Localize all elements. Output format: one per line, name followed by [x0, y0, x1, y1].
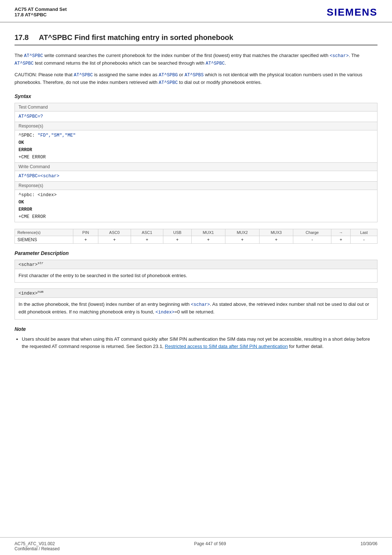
code-schar-1: <schar> [330, 53, 349, 58]
code-index-inline: <index> [155, 310, 175, 315]
ref-col-asc0: ASC0 [98, 229, 131, 236]
write-command-label: Write Command [15, 162, 377, 171]
write-response-line1: ^spbc: <index> [19, 193, 57, 198]
doc-subtitle: 17.8 AT^SPBC [15, 12, 67, 17]
brand-name: SIEMENS [327, 7, 377, 18]
code-atspbc-3: AT^SPBC [206, 61, 225, 66]
test-command-label-row: Test Command [15, 103, 377, 111]
ref-siemens-arrow: + [331, 236, 351, 243]
code-atspbc-5: AT^SPBC [159, 80, 178, 85]
write-command-text: AT^SPBC=<schar> [19, 174, 60, 179]
test-response-cme: +CME ERROR [19, 155, 46, 160]
footer-status: Confidential / Released [15, 546, 60, 551]
test-response-row: ^SPBC: "FD","SM","ME" OK ERROR +CME ERRO… [15, 130, 377, 162]
write-response-ok: OK [19, 200, 24, 205]
write-response-code: ^spbc: <index> OK ERROR +CME ERROR [15, 190, 377, 222]
write-response-row: ^spbc: <index> OK ERROR +CME ERROR [15, 190, 377, 222]
note-text-after: for further detail. [288, 344, 323, 349]
param-index-section: <index>num In the active phonebook, the … [15, 288, 377, 320]
ref-col-mux3: MUX3 [259, 229, 293, 236]
write-command-label-row: Write Command [15, 162, 377, 171]
ref-siemens-mux3: + [259, 236, 293, 243]
page-header: AC75 AT Command Set 17.8 AT^SPBC SIEMENS [0, 0, 392, 23]
note-list: Users should be aware that when using th… [22, 336, 377, 350]
param-index-desc: In the active phonebook, the first (lowe… [15, 298, 377, 320]
write-response-label-row: Response(s) [15, 181, 377, 190]
ref-header-row: Reference(s) PIN ASC0 ASC1 USB MUX1 MUX2… [15, 229, 377, 236]
section-number: 17.8 [15, 33, 29, 41]
ref-siemens-row: SIEMENS + + + + + + + - + - [15, 236, 377, 243]
ref-siemens-mux2: + [225, 236, 260, 243]
index-superscript: num [38, 290, 44, 294]
ref-siemens-label: SIEMENS [15, 236, 73, 243]
reference-table: Reference(s) PIN ASC0 ASC1 USB MUX1 MUX2… [15, 229, 377, 244]
footer-center: Page 447 of 569 [194, 541, 226, 551]
test-command-text: AT^SPBC=? [19, 114, 43, 119]
param-schar-desc: First character of the entry to be searc… [15, 269, 377, 283]
ref-col-arrow: → [331, 229, 351, 236]
param-index-label: <index>num [15, 288, 377, 298]
ref-siemens-asc1: + [131, 236, 163, 243]
test-response-ok: OK [19, 140, 24, 145]
ref-col-charge: Charge [293, 229, 331, 236]
write-response-cme: +CME ERROR [19, 214, 46, 219]
body-para-1: The AT^SPBC write command searches the c… [15, 52, 377, 68]
note-link[interactable]: Restricted access to SIM data after SIM … [165, 344, 288, 349]
syntax-heading: Syntax [15, 93, 377, 99]
param-desc-heading: Parameter Description [15, 250, 377, 256]
ref-siemens-charge: - [293, 236, 331, 243]
header-right: SIEMENS [327, 7, 377, 18]
test-response-line1: ^SPBC: "FD","SM","ME" [19, 133, 76, 138]
ref-siemens-last: - [351, 236, 377, 243]
footer-date: 10/30/06 [360, 541, 377, 551]
test-response-error: ERROR [19, 147, 32, 153]
param-schar-label: <schar>str [15, 260, 377, 269]
ref-siemens-pin: + [73, 236, 98, 243]
note-heading: Note [15, 326, 377, 332]
footer-doc-id: AC75_ATC_V01.002 [15, 541, 60, 546]
write-command-code: AT^SPBC=<schar> [15, 171, 377, 181]
schar-superscript: str [38, 262, 44, 265]
ref-label-cell: Reference(s) [15, 229, 73, 236]
test-command-code: AT^SPBC=? [15, 111, 377, 122]
code-schar-inline: <schar> [191, 302, 210, 307]
param-schar-section: <schar>str First character of the entry … [15, 260, 377, 283]
code-atspbc-4: AT^SPBC [74, 73, 93, 78]
code-atspbg: AT^SPBG [159, 73, 178, 78]
code-atspbs: AT^SPBS [185, 73, 204, 78]
ref-col-last: Last [351, 229, 377, 236]
ref-col-usb: USB [163, 229, 191, 236]
section-title: AT^SPBC Find first matching entry in sor… [39, 33, 233, 41]
test-response-label: Response(s) [15, 122, 377, 130]
ref-col-pin: PIN [73, 229, 98, 236]
doc-title: AC75 AT Command Set [15, 7, 67, 12]
header-left: AC75 AT Command Set 17.8 AT^SPBC [15, 7, 67, 17]
test-response-code: ^SPBC: "FD","SM","ME" OK ERROR +CME ERRO… [15, 130, 377, 162]
ref-siemens-mux1: + [191, 236, 225, 243]
code-atspbc-2: AT^SPBC [15, 61, 34, 66]
body-para-2: CAUTION: Please note that AT^SPBC is ass… [15, 71, 377, 87]
test-command-label: Test Command [15, 103, 377, 111]
page-footer: AC75_ATC_V01.002 Confidential / Released… [0, 537, 392, 555]
note-item-1: Users should be aware that when using th… [22, 336, 377, 350]
page-content: 17.8AT^SPBC Find first matching entry in… [0, 23, 392, 374]
ref-col-mux2: MUX2 [225, 229, 260, 236]
section-heading: 17.8AT^SPBC Find first matching entry in… [15, 33, 377, 45]
ref-col-mux1: MUX1 [191, 229, 225, 236]
test-command-row: AT^SPBC=? [15, 111, 377, 122]
ref-col-asc1: ASC1 [131, 229, 163, 236]
test-response-label-row: Response(s) [15, 122, 377, 130]
code-atspbc-1: AT^SPBC [24, 53, 43, 58]
syntax-table: Test Command AT^SPBC=? Response(s) ^SPBC… [15, 103, 377, 222]
write-response-error: ERROR [19, 207, 32, 212]
write-response-label: Response(s) [15, 181, 377, 190]
ref-siemens-asc0: + [98, 236, 131, 243]
write-command-row: AT^SPBC=<schar> [15, 171, 377, 181]
footer-left: AC75_ATC_V01.002 Confidential / Released [15, 541, 60, 551]
ref-siemens-usb: + [163, 236, 191, 243]
